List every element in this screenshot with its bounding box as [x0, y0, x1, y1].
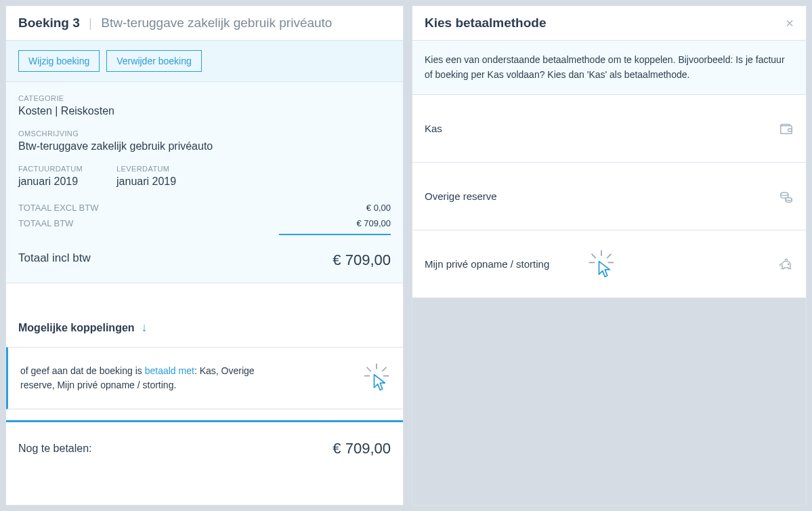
- booking-number: Boeking 3: [18, 16, 80, 30]
- method-label: Mijn privé opname / storting: [425, 258, 549, 270]
- edit-booking-button[interactable]: Wijzig boeking: [18, 50, 100, 72]
- method-label: Overige reserve: [425, 190, 497, 202]
- svg-point-7: [781, 192, 788, 196]
- amount-due-label: Nog te betalen:: [18, 443, 92, 455]
- invoice-date-value: januari 2019: [18, 176, 83, 188]
- booking-subtitle: Btw-teruggave zakelijk gebruik privéauto: [101, 16, 332, 30]
- click-cursor-icon: [362, 363, 391, 394]
- payment-method-panel: Kies betaalmethode × Kies een van onders…: [412, 5, 807, 506]
- booking-title: Boeking 3 | Btw-teruggave zakelijk gebru…: [6, 6, 403, 40]
- category-value: Kosten | Reiskosten: [18, 105, 391, 117]
- svg-rect-5: [781, 125, 792, 134]
- total-btw-label: TOTAAL BTW: [18, 218, 73, 228]
- piggy-bank-icon: [779, 257, 794, 272]
- click-cursor-icon: [587, 249, 616, 281]
- wallet-icon: [779, 121, 794, 136]
- booking-details: CATEGORIE Kosten | Reiskosten OMSCHRIJVI…: [6, 82, 403, 283]
- invoice-date-label: FACTUURDATUM: [18, 165, 83, 173]
- close-button[interactable]: ×: [786, 16, 794, 30]
- paid-with-link[interactable]: betaald met: [145, 365, 194, 376]
- payment-method-overige-reserve[interactable]: Overige reserve: [412, 163, 806, 230]
- booking-panel: Boeking 3 | Btw-teruggave zakelijk gebru…: [5, 5, 404, 506]
- delivery-date-value: januari 2019: [116, 176, 176, 188]
- total-incl-label: Totaal incl btw: [18, 251, 91, 269]
- total-excl-value: € 0,00: [366, 203, 391, 213]
- arrow-down-icon: ↓: [142, 321, 148, 335]
- booking-actions: Wijzig boeking Verwijder boeking: [6, 40, 403, 81]
- total-incl-value: € 709,00: [333, 251, 391, 269]
- paid-with-suggestion[interactable]: of geef aan dat de boeking is betaald me…: [6, 347, 403, 409]
- delete-booking-button[interactable]: Verwijder boeking: [106, 50, 202, 72]
- svg-line-11: [607, 254, 611, 258]
- amount-due-value: € 709,00: [333, 440, 391, 457]
- coins-icon: [779, 189, 794, 204]
- possible-links-heading[interactable]: Mogelijke koppelingen ↓: [6, 283, 403, 347]
- description-value: Btw-teruggave zakelijk gebruik privéauto: [18, 140, 391, 152]
- amount-due-row: Nog te betalen: € 709,00: [6, 420, 403, 475]
- method-label: Kas: [425, 123, 442, 134]
- svg-line-2: [383, 367, 386, 371]
- svg-point-14: [788, 264, 788, 264]
- delivery-date-label: LEVERDATUM: [116, 165, 176, 173]
- payment-method-title: Kies betaalmethode: [425, 16, 547, 30]
- close-icon: ×: [786, 16, 794, 30]
- total-btw-value: € 709,00: [356, 218, 391, 228]
- description-label: OMSCHRIJVING: [18, 129, 391, 138]
- payment-method-kas[interactable]: Kas: [412, 95, 806, 163]
- total-excl-label: TOTAAL EXCL BTW: [18, 203, 98, 213]
- svg-line-1: [367, 367, 370, 371]
- svg-rect-6: [788, 129, 792, 131]
- svg-line-10: [592, 254, 595, 258]
- svg-point-8: [786, 198, 792, 201]
- payment-method-info: Kies een van onderstaande betaalmethode …: [412, 41, 806, 95]
- category-label: CATEGORIE: [18, 94, 391, 102]
- payment-method-prive-opname[interactable]: Mijn privé opname / storting: [412, 230, 806, 298]
